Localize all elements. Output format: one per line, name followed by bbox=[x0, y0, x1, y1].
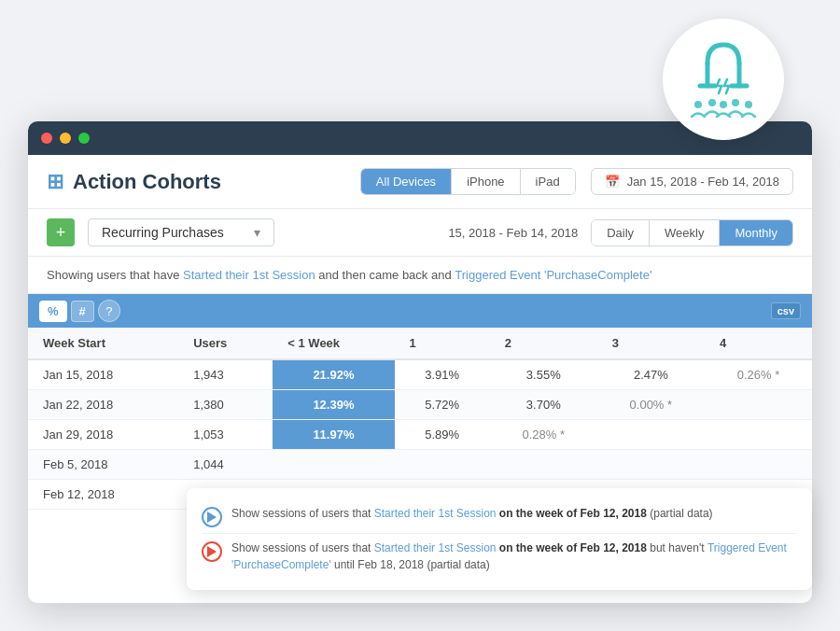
filter-date-range: 15, 2018 - Feb 14, 2018 bbox=[448, 226, 578, 240]
svg-point-6 bbox=[720, 101, 727, 108]
maximize-dot[interactable] bbox=[78, 133, 90, 144]
device-tabs: All Devices iPhone iPad bbox=[360, 168, 576, 195]
col-lt1week: < 1 Week bbox=[273, 328, 394, 359]
col-1: 1 bbox=[395, 328, 490, 359]
table-cell: Jan 22, 2018 bbox=[28, 390, 178, 420]
tab-all-devices[interactable]: All Devices bbox=[361, 169, 452, 194]
cohorts-table: Week Start Users < 1 Week 1 2 3 4 Jan 15… bbox=[28, 328, 812, 510]
tooltip-popup: Show sessions of users that Started thei… bbox=[187, 488, 812, 590]
table-cell: 1,380 bbox=[178, 390, 273, 420]
tooltip-text-2: Show sessions of users that Started thei… bbox=[231, 540, 797, 573]
dropdown-label: Recurring Purchases bbox=[102, 225, 224, 240]
scene: ⊞ Action Cohorts All Devices iPhone iPad… bbox=[0, 0, 840, 631]
showing-prefix: Showing users that have bbox=[47, 268, 179, 282]
svg-point-5 bbox=[708, 99, 716, 106]
tab-daily[interactable]: Daily bbox=[592, 220, 650, 245]
tab-monthly[interactable]: Monthly bbox=[720, 220, 792, 245]
table-cell bbox=[597, 420, 705, 450]
table-row: Feb 5, 20181,044 bbox=[28, 450, 812, 480]
metric-dropdown[interactable]: Recurring Purchases ▾ bbox=[88, 218, 274, 246]
content-area: ⊞ Action Cohorts All Devices iPhone iPad… bbox=[28, 155, 812, 510]
col-2: 2 bbox=[490, 328, 597, 359]
magnet-icon-container bbox=[663, 19, 784, 140]
table-cell: 21.92% bbox=[273, 359, 394, 390]
page-title: ⊞ Action Cohorts bbox=[47, 170, 221, 194]
table-cell: 0.00% * bbox=[597, 390, 705, 420]
table-row: Jan 29, 20181,05311.97%5.89%0.28% * bbox=[28, 420, 812, 450]
period-tabs: Daily Weekly Monthly bbox=[591, 219, 793, 246]
chevron-down-icon: ▾ bbox=[254, 225, 260, 240]
table-cell: 0.26% * bbox=[705, 359, 812, 390]
table-cell: 5.72% bbox=[395, 390, 490, 420]
table-cell: Jan 15, 2018 bbox=[28, 359, 178, 390]
table-cell bbox=[705, 420, 812, 450]
calendar-icon: 📅 bbox=[605, 175, 620, 189]
help-button[interactable]: ? bbox=[98, 300, 120, 322]
play-blue-icon[interactable] bbox=[202, 507, 222, 527]
table-cell: 12.39% bbox=[273, 390, 394, 420]
table-cell: 3.91% bbox=[395, 359, 490, 390]
tab-iphone[interactable]: iPhone bbox=[452, 169, 520, 194]
col-week-start: Week Start bbox=[28, 328, 178, 359]
add-button[interactable]: + bbox=[47, 218, 75, 246]
minimize-dot[interactable] bbox=[60, 133, 71, 144]
table-toolbar: % # ? csv bbox=[28, 294, 812, 328]
table-cell bbox=[273, 450, 394, 480]
table-header-row: Week Start Users < 1 Week 1 2 3 4 bbox=[28, 328, 812, 359]
date-range-button[interactable]: 📅 Jan 15, 2018 - Feb 14, 2018 bbox=[591, 168, 793, 195]
table-cell bbox=[705, 450, 812, 480]
svg-marker-10 bbox=[207, 546, 217, 557]
svg-point-7 bbox=[732, 99, 739, 106]
svg-marker-9 bbox=[207, 512, 217, 523]
col-3: 3 bbox=[597, 328, 705, 359]
tooltip-text-1: Show sessions of users that Started thei… bbox=[231, 505, 713, 522]
tab-ipad[interactable]: iPad bbox=[521, 169, 575, 194]
showing-highlight1: Started their 1st Session bbox=[183, 268, 315, 282]
table-cell: Jan 29, 2018 bbox=[28, 420, 178, 450]
header-row: ⊞ Action Cohorts All Devices iPhone iPad… bbox=[28, 155, 812, 209]
svg-point-8 bbox=[745, 101, 752, 108]
showing-text: Showing users that have Started their 1s… bbox=[28, 257, 812, 294]
table-cell bbox=[490, 450, 597, 480]
grid-icon: ⊞ bbox=[47, 170, 63, 194]
table-cell bbox=[395, 450, 490, 480]
tooltip-item-1: Show sessions of users that Started thei… bbox=[202, 499, 797, 533]
col-users: Users bbox=[178, 328, 273, 359]
table-cell: 1,053 bbox=[178, 420, 273, 450]
tooltip-item-2: Show sessions of users that Started thei… bbox=[202, 533, 797, 579]
table-cell bbox=[597, 450, 705, 480]
page-title-text: Action Cohorts bbox=[73, 170, 221, 194]
tab-weekly[interactable]: Weekly bbox=[650, 220, 720, 245]
table-cell: Feb 5, 2018 bbox=[28, 450, 178, 480]
date-range-text: Jan 15, 2018 - Feb 14, 2018 bbox=[627, 175, 779, 189]
play-red-icon[interactable] bbox=[202, 541, 222, 562]
table-cell: Feb 12, 2018 bbox=[28, 480, 178, 510]
hash-button[interactable]: # bbox=[71, 301, 94, 322]
close-dot[interactable] bbox=[41, 133, 52, 144]
col-4: 4 bbox=[705, 328, 812, 359]
percent-button[interactable]: % bbox=[39, 301, 67, 322]
table-cell: 1,044 bbox=[178, 450, 273, 480]
table-cell: 3.70% bbox=[490, 390, 597, 420]
showing-highlight2: Triggered Event 'PurchaseComplete' bbox=[455, 268, 651, 282]
magnet-icon bbox=[681, 37, 765, 121]
csv-badge[interactable]: csv bbox=[771, 302, 801, 319]
table-cell: 2.47% bbox=[597, 359, 705, 390]
table-cell: 1,943 bbox=[178, 359, 273, 390]
filter-row: + Recurring Purchases ▾ 15, 2018 - Feb 1… bbox=[28, 209, 812, 257]
table-row: Jan 15, 20181,94321.92%3.91%3.55%2.47%0.… bbox=[28, 359, 812, 390]
table-cell bbox=[705, 390, 812, 420]
table-cell: 0.28% * bbox=[490, 420, 597, 450]
table-cell: 3.55% bbox=[490, 359, 597, 390]
table-cell: 11.97% bbox=[273, 420, 394, 450]
table-row: Jan 22, 20181,38012.39%5.72%3.70%0.00% * bbox=[28, 390, 812, 420]
showing-mid: and then came back and bbox=[318, 268, 451, 282]
table-cell: 5.89% bbox=[395, 420, 490, 450]
svg-point-4 bbox=[694, 101, 702, 108]
